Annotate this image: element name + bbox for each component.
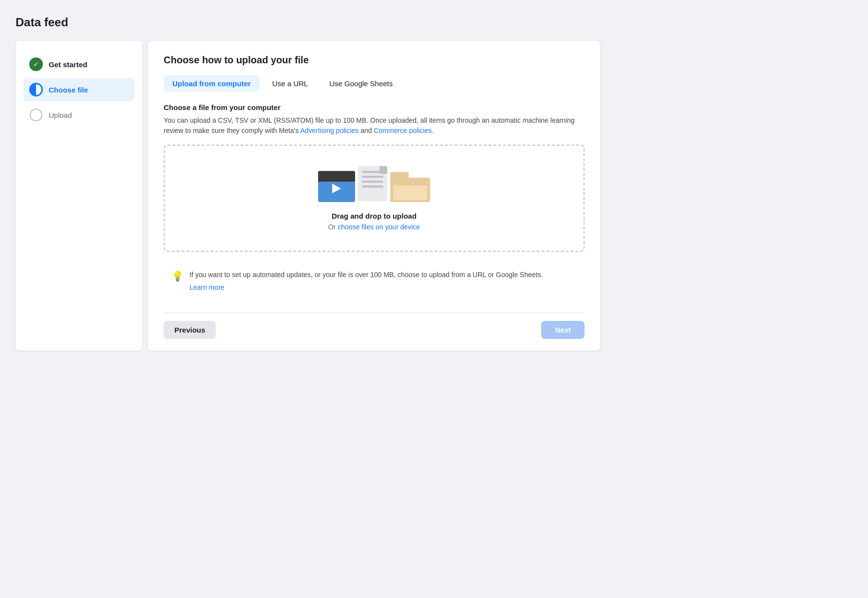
learn-more-link[interactable]: Learn more: [189, 282, 543, 293]
lightbulb-icon: 💡: [171, 270, 184, 282]
drop-illustration: [318, 166, 430, 202]
drag-sub-text: Or choose files on your device: [328, 223, 420, 231]
description-text: You can upload a CSV, TSV or XML (RSS/AT…: [164, 115, 585, 136]
main-card: Choose how to upload your file Upload fr…: [148, 41, 600, 351]
drop-zone[interactable]: Drag and drop to upload Or choose files …: [164, 145, 585, 252]
sidebar-step-label-choose-file: Choose file: [49, 86, 88, 94]
tab-row: Upload from computer Use a URL Use Googl…: [164, 75, 585, 92]
file-doc-icon: [358, 166, 387, 201]
file-video-icon: [318, 171, 355, 202]
or-text: Or: [328, 223, 338, 231]
file-folder-icon: [390, 172, 430, 202]
drag-drop-text: Drag and drop to upload: [332, 212, 416, 220]
sidebar-step-label-upload: Upload: [49, 111, 72, 119]
check-circle-icon: ✓: [29, 57, 43, 71]
description-end: .: [432, 127, 434, 134]
sidebar-card: ✓ Get started Choose file Upload: [16, 41, 142, 351]
half-circle-icon: [29, 83, 43, 96]
section-title: Choose a file from your computer: [164, 103, 585, 112]
description-and: and: [359, 127, 374, 134]
sidebar-step-label-get-started: Get started: [49, 60, 87, 69]
info-box: 💡 If you want to set up automated update…: [164, 262, 585, 301]
sidebar-item-get-started[interactable]: ✓ Get started: [23, 53, 134, 76]
previous-button[interactable]: Previous: [164, 321, 216, 339]
sidebar-item-upload[interactable]: Upload: [23, 103, 134, 127]
main-layout: ✓ Get started Choose file Upload Choose …: [16, 41, 600, 351]
empty-circle-icon: [29, 108, 43, 122]
card-title: Choose how to upload your file: [164, 55, 585, 66]
info-text: If you want to set up automated updates,…: [189, 269, 543, 293]
next-button[interactable]: Next: [541, 321, 585, 339]
footer-row: Previous Next: [164, 313, 585, 339]
tab-use-google-sheets[interactable]: Use Google Sheets: [321, 75, 401, 92]
advertising-policies-link[interactable]: Advertising policies: [300, 127, 359, 134]
commerce-policies-link[interactable]: Commerce policies: [374, 127, 432, 134]
tab-upload-computer[interactable]: Upload from computer: [164, 75, 260, 92]
choose-files-link[interactable]: choose files on your device: [338, 223, 420, 231]
info-message: If you want to set up automated updates,…: [189, 271, 543, 279]
sidebar-item-choose-file[interactable]: Choose file: [23, 78, 134, 101]
tab-use-url[interactable]: Use a URL: [264, 75, 317, 92]
page-title: Data feed: [16, 16, 852, 29]
